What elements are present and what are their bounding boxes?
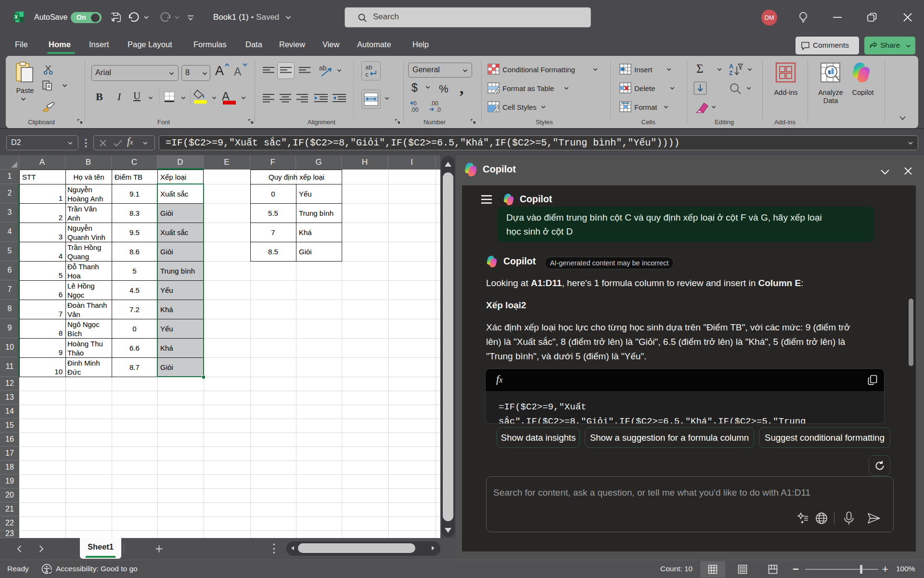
svg-text:c: c (365, 71, 369, 78)
svg-text:.0: .0 (436, 106, 441, 113)
svg-text:X: X (14, 14, 18, 20)
svg-text:.00: .00 (430, 100, 438, 107)
svg-text:0: 0 (413, 100, 417, 107)
svg-text:Z: Z (729, 70, 732, 76)
svg-text:ab: ab (319, 64, 327, 72)
svg-text:A: A (729, 63, 733, 70)
svg-text:.00: .00 (411, 106, 419, 113)
svg-text:ab: ab (365, 64, 372, 71)
